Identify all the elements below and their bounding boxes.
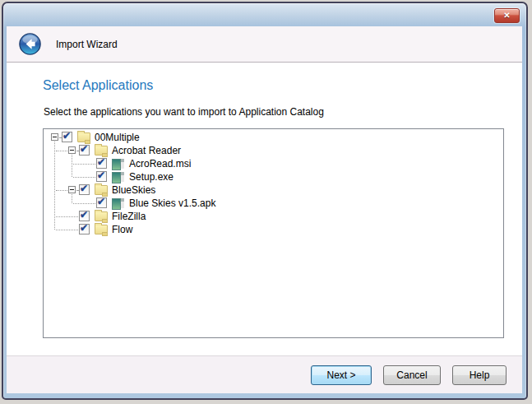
tree-item-checkbox[interactable]: ✔ <box>96 158 107 169</box>
close-button[interactable]: ✕ <box>494 8 520 23</box>
tree-item[interactable]: ✔Setup.exe <box>44 170 503 183</box>
back-arrow-icon <box>19 33 41 55</box>
tree-connector-line <box>76 151 78 151</box>
folder-icon <box>95 185 108 195</box>
page-content: Select Applications Select the applicati… <box>7 63 522 355</box>
tree-guide-line <box>72 194 72 203</box>
tree-item[interactable]: ✔BlueSkies <box>44 183 503 197</box>
tree-guide-line <box>72 155 72 177</box>
tree-connector-line <box>73 203 95 204</box>
folder-icon <box>95 211 108 221</box>
tree-connector-line <box>73 177 95 178</box>
titlebar[interactable]: ✕ <box>3 3 526 26</box>
tree-item-label: Acrobat Reader <box>112 145 181 156</box>
tree-item-label: 00Multiple <box>95 132 140 143</box>
tree-item-checkbox[interactable]: ✔ <box>79 211 90 221</box>
close-icon: ✕ <box>503 11 510 20</box>
back-button[interactable] <box>19 33 41 55</box>
import-wizard-window: ✕ Import Wizard <box>2 2 528 400</box>
tree-item[interactable]: ✔Flow <box>44 223 503 236</box>
checkmark-icon: ✔ <box>97 156 105 168</box>
wizard-header: Import Wizard <box>7 26 522 63</box>
checkmark-icon: ✔ <box>80 183 88 194</box>
tree-item-label: Setup.exe <box>129 171 173 183</box>
tree-item-checkbox[interactable]: ✔ <box>79 184 90 195</box>
checkmark-icon: ✔ <box>97 196 105 207</box>
tree-item-label: AcroRead.msi <box>129 158 191 169</box>
package-icon <box>112 198 124 208</box>
tree-item-checkbox[interactable]: ✔ <box>79 145 90 156</box>
cancel-button[interactable]: Cancel <box>383 365 441 385</box>
tree-connector-line <box>56 151 67 151</box>
folder-icon <box>95 146 108 156</box>
tree-item[interactable]: ✔Blue Skies v1.5.apk <box>44 197 503 210</box>
tree-item-label: Blue Skies v1.5.apk <box>129 197 215 209</box>
tree-expander-collapse-icon[interactable] <box>68 146 76 154</box>
tree-connector-line <box>56 216 78 217</box>
tree-item-checkbox[interactable]: ✔ <box>96 197 107 208</box>
tree-item-checkbox[interactable]: ✔ <box>62 132 72 142</box>
tree-item[interactable]: ✔AcroRead.msi <box>44 157 503 170</box>
checkmark-icon: ✔ <box>62 130 71 142</box>
tree-item-checkbox[interactable]: ✔ <box>79 224 90 235</box>
tree-item[interactable]: ✔00Multiple <box>44 131 503 144</box>
tree-connector-line <box>56 190 67 191</box>
checkmark-icon: ✔ <box>80 143 88 155</box>
page-description: Select the applications you want to impo… <box>44 106 324 118</box>
checkmark-icon: ✔ <box>97 169 105 181</box>
help-button[interactable]: Help <box>452 365 507 385</box>
tree-item-checkbox[interactable]: ✔ <box>96 171 107 182</box>
folder-icon <box>77 132 90 142</box>
tree-item-label: Flow <box>112 224 132 235</box>
tree-item-label: BlueSkies <box>112 184 155 196</box>
package-icon <box>112 172 124 182</box>
package-icon <box>112 159 124 169</box>
tree-guide-line <box>54 142 55 230</box>
tree-connector-line <box>73 164 95 165</box>
tree-item-label: FileZilla <box>112 211 146 222</box>
tree-connector-line <box>76 190 78 191</box>
folder-icon <box>95 225 108 235</box>
checkmark-icon: ✔ <box>80 209 88 221</box>
tree-view[interactable]: ✔00Multiple✔Acrobat Reader✔AcroRead.msi✔… <box>43 128 504 338</box>
next-button[interactable]: Next > <box>311 365 372 385</box>
client-area: Import Wizard Select Applications Select… <box>7 26 522 393</box>
tree-item[interactable]: ✔FileZilla <box>44 210 503 223</box>
page-title: Select Applications <box>43 78 153 93</box>
tree-expander-collapse-icon[interactable] <box>68 186 76 193</box>
tree-expander-collapse-icon[interactable] <box>51 133 58 141</box>
checkmark-icon: ✔ <box>80 222 88 234</box>
tree-connector-line <box>59 137 61 138</box>
wizard-title: Import Wizard <box>56 39 118 50</box>
tree-item[interactable]: ✔Acrobat Reader <box>44 144 503 157</box>
footer: Next > Cancel Help <box>7 355 522 393</box>
tree-connector-line <box>56 230 78 230</box>
